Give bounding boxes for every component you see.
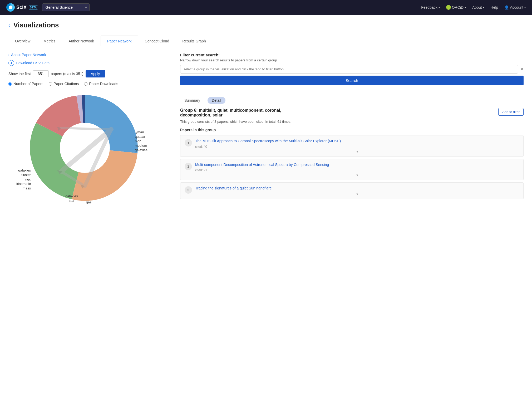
logo-text: SciX: [16, 5, 27, 10]
beta-badge: BETA: [29, 6, 38, 9]
show-first-row: Show the first 351 papers (max is 351) A…: [8, 70, 172, 77]
label-high: high: [135, 139, 141, 143]
group-header: Group 6: multislit, quiet, multicomponen…: [180, 108, 524, 118]
papers-in-group-title: Papers in this group: [180, 128, 524, 132]
main-content: ‹ Visualizations Overview Metrics Author…: [0, 15, 532, 211]
filter-input[interactable]: [180, 65, 518, 74]
paper-link-2[interactable]: Multi-component Decomposition of Astrono…: [195, 162, 519, 168]
label-cluster: cluster: [21, 173, 31, 177]
subject-select-wrapper[interactable]: General Science Astrophysics Heliophysic…: [42, 3, 90, 11]
label-medium: medium: [135, 144, 147, 148]
apply-button[interactable]: Apply: [86, 70, 105, 77]
expand-chevron-1[interactable]: ∨: [195, 150, 519, 153]
orcid-link[interactable]: ORCiD ▾: [446, 5, 466, 10]
group-description: This group consists of 3 papers, which h…: [180, 120, 524, 124]
help-link[interactable]: Help: [491, 5, 498, 9]
tab-author-network[interactable]: Author Network: [62, 36, 100, 46]
subject-select[interactable]: General Science Astrophysics Heliophysic…: [42, 3, 90, 11]
filter-title: Filter current search:: [180, 53, 524, 57]
tab-overview[interactable]: Overview: [8, 36, 37, 46]
header: SciX BETA General Science Astrophysics H…: [0, 0, 532, 15]
paper-number-2: 2: [185, 163, 192, 170]
account-icon: 👤: [504, 5, 509, 9]
radio-group: Number of Papers Paper Citations Paper D…: [8, 82, 172, 86]
logo-icon: [6, 3, 15, 12]
paper-info-1: The Multi-slit Approach to Coronal Spect…: [195, 139, 519, 153]
paper-link-1[interactable]: The Multi-slit Approach to Coronal Spect…: [195, 139, 519, 144]
header-left: SciX BETA General Science Astrophysics H…: [6, 3, 90, 12]
header-nav: Feedback ▾ ORCiD ▾ About ▾ Help 👤 Accoun…: [421, 5, 526, 10]
filter-subtitle: Narrow down your search results to paper…: [180, 58, 524, 62]
feedback-link[interactable]: Feedback ▾: [421, 5, 440, 9]
logo: SciX BETA: [6, 3, 38, 12]
orcid-chevron-icon: ▾: [465, 6, 466, 9]
label-lyman: lyman: [135, 130, 144, 134]
feedback-chevron-icon: ▾: [439, 6, 440, 9]
paper-info-2: Multi-component Decomposition of Astrono…: [195, 162, 519, 177]
page-title: Visualizations: [13, 21, 59, 29]
tab-metrics[interactable]: Metrics: [37, 36, 62, 46]
detail-tab[interactable]: Detail: [208, 97, 225, 104]
label-galaxies-blue: galaxies: [135, 148, 147, 152]
label-galaxies-cluster: galaxies: [18, 168, 31, 172]
paper-item: 3 Tracing the signatures of a quiet Sun …: [180, 182, 524, 199]
label-ngc-green: ngc: [25, 177, 31, 181]
radio-paper-downloads[interactable]: Paper Downloads: [84, 82, 118, 86]
group-title: Group 6: multislit, quiet, multicomponen…: [180, 108, 307, 118]
label-mass: mass: [23, 186, 31, 190]
about-paper-network-link[interactable]: › About Paper Network: [8, 53, 172, 57]
summary-tab[interactable]: Summary: [180, 97, 204, 104]
expand-chevron-2[interactable]: ∨: [195, 173, 519, 177]
paper-item: 2 Multi-component Decomposition of Astro…: [180, 159, 524, 180]
right-panel: Filter current search: Narrow down your …: [180, 53, 524, 205]
account-link[interactable]: 👤 Account ▾: [504, 5, 526, 9]
paper-link-3[interactable]: Tracing the signatures of a quiet Sun na…: [195, 186, 519, 191]
tabs-bar: Overview Metrics Author Network Paper Ne…: [8, 36, 524, 46]
radio-paper-citations[interactable]: Paper Citations: [49, 82, 79, 86]
orcid-icon: [446, 5, 451, 10]
paper-cited-2: cited: 21: [195, 168, 519, 172]
page-title-row: ‹ Visualizations: [8, 21, 524, 29]
tab-concept-cloud[interactable]: Concept Cloud: [138, 36, 176, 46]
filter-section: Filter current search: Narrow down your …: [180, 53, 524, 91]
download-csv-link[interactable]: ⬇ Download CSV Data: [8, 60, 172, 66]
papers-count-input[interactable]: 351: [33, 70, 49, 77]
clear-filter-button[interactable]: ✕: [520, 67, 524, 72]
about-chevron-right-icon: ›: [8, 53, 9, 57]
paper-info-3: Tracing the signatures of a quiet Sun na…: [195, 186, 519, 196]
paper-item: 1 The Multi-slit Approach to Coronal Spe…: [180, 135, 524, 157]
filter-input-row: ✕: [180, 65, 524, 74]
paper-cited-1: cited: 40: [195, 145, 519, 149]
tab-results-graph[interactable]: Results Graph: [176, 36, 212, 46]
logo-inner: [9, 6, 12, 9]
paper-number-1: 1: [185, 139, 192, 146]
left-panel: › About Paper Network ⬇ Download CSV Dat…: [8, 53, 172, 205]
about-chevron-icon: ▾: [483, 6, 484, 9]
paper-list: 1 The Multi-slit Approach to Coronal Spe…: [180, 135, 524, 199]
account-chevron-icon: ▾: [524, 6, 526, 9]
tab-paper-network[interactable]: Paper Network: [101, 36, 138, 46]
papers-max-label: papers (max is 351): [51, 72, 83, 76]
about-link[interactable]: About ▾: [472, 5, 484, 9]
content-layout: › About Paper Network ⬇ Download CSV Dat…: [8, 53, 524, 205]
back-button[interactable]: ‹: [8, 22, 10, 28]
show-first-label: Show the first: [8, 72, 31, 76]
add-to-filter-button[interactable]: Add to filter: [498, 108, 524, 116]
detail-tabs: Summary Detail: [180, 97, 524, 104]
search-button[interactable]: Search: [180, 76, 524, 85]
paper-network-chart: lyman quasar high medium galaxies galaxi…: [8, 91, 161, 204]
label-star: star: [69, 199, 75, 203]
svg-line-3: [61, 128, 111, 129]
radio-number-of-papers[interactable]: Number of Papers: [8, 82, 43, 86]
label-kinematic: kinematic: [16, 182, 31, 186]
paper-number-3: 3: [185, 186, 192, 194]
download-icon: ⬇: [8, 60, 14, 66]
expand-chevron-3[interactable]: ∨: [195, 192, 519, 196]
label-galaxies-orange: galaxies: [65, 194, 78, 198]
chart-svg: lyman quasar high medium galaxies galaxi…: [11, 92, 159, 203]
label-quasar: quasar: [135, 135, 145, 139]
